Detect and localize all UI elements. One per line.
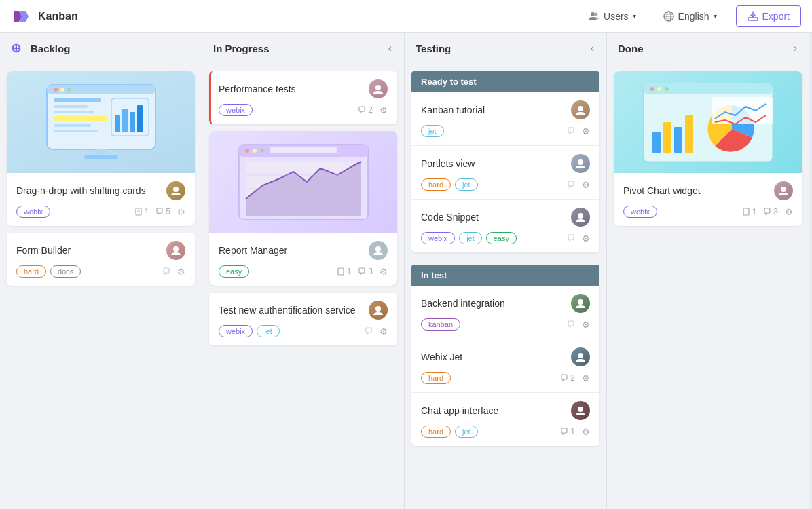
svg-rect-14 [54,105,88,108]
pivot-files: 1 [742,207,757,216]
tag-webix: webix [16,206,50,218]
code-snippet-card[interactable]: Code Snippet webix jet easy [411,200,599,252]
in-test-section: In test Backend integration kanban [411,265,599,446]
pivot-illustration [633,78,783,166]
export-label: Export [762,11,790,22]
svg-point-26 [173,187,179,192]
column-backlog: ⊕ Backlog [0,33,202,509]
comment-icon2 [162,267,170,276]
chatapp-comments: 1 [560,427,575,436]
backlog-title: Backlog [31,43,70,54]
svg-rect-57 [652,132,661,153]
auth-gear-button[interactable]: ⚙ [380,326,388,337]
column-done: Done › [607,33,809,509]
backlog-content: Drag-n-drop with shifting cards webix [0,64,202,509]
ready-to-test-header: Ready to test [411,71,599,92]
tag-jet: jet [257,325,280,337]
portlets-avatar [571,154,590,173]
portlets-card[interactable]: Portlets view hard jet [411,146,599,200]
webixjet-gear-button[interactable]: ⚙ [582,373,590,383]
report-comments: 3 [358,267,373,276]
users-button[interactable]: Users ▾ [580,7,644,26]
comment-icon7 [567,181,575,189]
auth-avatar [369,301,388,320]
tag-kanban: kanban [421,318,460,331]
backlog-hero-card[interactable]: Drag-n-drop with shifting cards webix [7,71,195,226]
language-button[interactable]: English ▾ [655,7,725,26]
tag-hard3: hard [421,372,451,384]
inprogress-nav-left[interactable]: ‹ [387,41,393,56]
performance-meta: 2 ⚙ [358,105,388,115]
kt-gear-button[interactable]: ⚙ [582,126,590,136]
done-nav-right[interactable]: › [792,41,798,56]
chatapp-title: Chat app interface [421,405,571,416]
svg-point-30 [173,246,179,252]
tag-jet3: jet [455,178,478,191]
performance-card[interactable]: Performance tests webix 2 ⚙ [209,71,397,124]
tag-easy2: easy [486,232,517,244]
portlets-comment-icon [567,181,575,189]
kanban-tutorial-avatar [571,100,590,119]
chatapp-meta: 1 ⚙ [560,427,590,437]
report-gear-button[interactable]: ⚙ [380,267,388,277]
done-header: Done › [607,33,809,64]
webixjet-avatar [571,347,590,366]
svg-point-47 [578,213,583,219]
svg-rect-21 [122,109,128,132]
pivot-chart-card[interactable]: Pivot Chart widget webix 1 [614,71,802,226]
pivot-title: Pivot Chart widget [623,185,774,196]
auth-title: Test new authentification service [219,305,369,316]
testing-nav-left[interactable]: ‹ [589,41,595,56]
comment-icon11 [560,428,568,436]
form-gear-button[interactable]: ⚙ [177,267,185,277]
perf-gear-button[interactable]: ⚙ [380,105,388,115]
export-button[interactable]: Export [736,5,801,27]
auth-card[interactable]: Test new authentification service webix … [209,293,397,345]
cs-gear-button[interactable]: ⚙ [582,233,590,244]
comment-icon9 [567,320,575,328]
tag-hard2: hard [421,178,451,191]
pivot-tags: webix [623,206,657,218]
portlets-meta: ⚙ [567,180,590,190]
form-builder-title: Form Builder [16,245,166,256]
inprogress-header: In Progress ‹ [202,33,404,64]
backend-avatar [571,294,590,313]
comment-icon [155,208,164,216]
report-avatar [369,241,388,260]
auth-tags: webix jet [219,325,280,337]
backend-gear-button[interactable]: ⚙ [582,320,590,330]
comment-icon8 [567,234,575,242]
users-icon [589,11,599,22]
webixjet-card[interactable]: Webix Jet hard 2 [411,339,599,393]
svg-point-34 [245,149,249,153]
backend-card[interactable]: Backend integration kanban [411,286,599,339]
export-icon [748,11,758,22]
drag-card-tags: webix [16,206,50,218]
portlets-gear-button[interactable]: ⚙ [582,180,590,190]
comment-icon4 [358,267,366,276]
svg-point-53 [650,87,654,91]
testing-header: Testing ‹ [405,33,606,64]
webixjet-meta: 2 ⚙ [560,373,590,383]
comment-icon10 [560,374,568,382]
svg-point-55 [665,87,669,91]
testing-content: Ready to test Kanban tutorial jet [405,64,606,509]
chatapp-gear-button[interactable]: ⚙ [582,427,590,437]
logo: Kanban [11,5,78,27]
portlets-tags: hard jet [421,178,478,191]
chatapp-card[interactable]: Chat app interface hard jet [411,393,599,446]
performance-title: Performance tests [219,83,369,94]
code-snippet-title: Code Snippet [421,212,571,223]
file-icon2 [337,267,345,276]
drag-gear-button[interactable]: ⚙ [177,207,185,217]
svg-point-36 [260,149,264,153]
performance-tags: webix [219,104,253,116]
kanban-tutorial-card[interactable]: Kanban tutorial jet ⚙ [411,92,599,146]
svg-point-63 [781,187,786,192]
report-manager-card[interactable]: Report Manager easy 1 [209,131,397,286]
pivot-gear-button[interactable]: ⚙ [785,207,793,217]
add-icon[interactable]: ⊕ [11,41,21,56]
language-label: English [678,11,709,22]
kt-comment-icon [567,127,575,135]
form-builder-card[interactable]: Form Builder hard docs ⚙ [7,233,195,286]
